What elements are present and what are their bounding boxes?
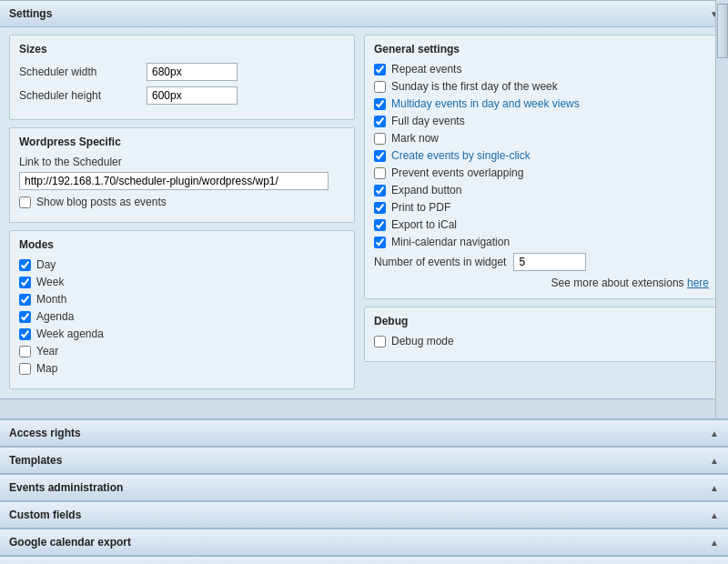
sizes-section: Sizes Scheduler width Scheduler height: [9, 35, 355, 120]
show-blog-checkbox[interactable]: [19, 196, 31, 208]
modes-section: Modes DayWeekMonthAgendaWeek agendaYearM…: [9, 230, 355, 389]
mode-label-2: Month: [36, 293, 66, 306]
general-row-0: Repeat events: [374, 63, 709, 76]
general-checkbox-4[interactable]: [374, 133, 386, 145]
scheduler-height-label: Scheduler height: [19, 89, 147, 102]
general-checkbox-9[interactable]: [374, 219, 386, 231]
scrollbar-track[interactable]: [715, 0, 728, 418]
general-label-5: Create events by single-click: [391, 149, 531, 162]
modes-items: DayWeekMonthAgendaWeek agendaYearMap: [19, 258, 345, 375]
accordion-chevron-4: ▲: [710, 538, 719, 548]
general-row-10: Mini-calendar navigation: [374, 236, 709, 248]
general-label-1: Sunday is the first day of the week: [391, 80, 558, 93]
wordpress-title: Wordpress Specific: [19, 136, 345, 148]
general-label-2: Multiday events in day and week views: [391, 97, 580, 110]
general-checkbox-1[interactable]: [374, 81, 386, 93]
mode-label-4: Week agenda: [36, 327, 104, 340]
general-section: General settings Repeat eventsSunday is …: [364, 35, 719, 299]
mode-row-6: Map: [19, 362, 345, 375]
left-column: Sizes Scheduler width Scheduler height W…: [9, 35, 355, 389]
general-checkbox-5[interactable]: [374, 150, 386, 162]
general-row-1: Sunday is the first day of the week: [374, 80, 709, 93]
mode-checkbox-0[interactable]: [19, 259, 31, 271]
mode-checkbox-3[interactable]: [19, 311, 31, 323]
settings-accordion-header[interactable]: Settings ▼: [0, 0, 728, 27]
accordion-item-4[interactable]: Google calendar export▲: [0, 529, 728, 556]
general-row-4: Mark now: [374, 132, 709, 145]
accordion-item-3[interactable]: Custom fields▲: [0, 501, 728, 529]
accordion-item-0[interactable]: Access rights▲: [0, 419, 728, 447]
events-widget-label: Number of events in widget: [374, 256, 506, 268]
scheduler-width-input[interactable]: [147, 63, 238, 81]
accordion-chevron-2: ▲: [710, 483, 719, 493]
accordion-item-1[interactable]: Templates▲: [0, 447, 728, 474]
general-checkbox-8[interactable]: [374, 202, 386, 214]
mode-row-2: Month: [19, 293, 345, 306]
mode-label-0: Day: [36, 258, 56, 271]
mode-checkbox-6[interactable]: [19, 363, 31, 375]
general-label-0: Repeat events: [391, 63, 461, 76]
debug-mode-row: Debug mode: [374, 335, 709, 347]
mode-row-4: Week agenda: [19, 327, 345, 340]
extensions-text: See more about extensions: [551, 277, 687, 289]
general-checkbox-3[interactable]: [374, 116, 386, 127]
debug-mode-checkbox[interactable]: [374, 336, 386, 347]
general-label-8: Print to PDF: [391, 201, 450, 214]
mode-label-5: Year: [36, 345, 58, 358]
general-label-4: Mark now: [391, 132, 439, 145]
general-row-5: Create events by single-click: [374, 149, 709, 162]
settings-panel: Sizes Scheduler width Scheduler height W…: [0, 27, 728, 399]
link-input[interactable]: [19, 172, 329, 190]
general-checkbox-7[interactable]: [374, 185, 386, 196]
accordion-chevron-0: ▲: [710, 428, 719, 438]
debug-section: Debug Debug mode: [364, 307, 719, 362]
accordion-items: Access rights▲Templates▲Events administr…: [0, 419, 728, 564]
mode-checkbox-4[interactable]: [19, 328, 31, 340]
mode-label-3: Agenda: [36, 310, 74, 323]
general-row-9: Export to iCal: [374, 218, 709, 231]
general-items: Repeat eventsSunday is the first day of …: [374, 63, 709, 248]
accordion-label-3: Custom fields: [9, 509, 81, 521]
extensions-link[interactable]: here: [687, 277, 709, 289]
scheduler-height-row: Scheduler height: [19, 86, 345, 105]
general-checkbox-10[interactable]: [374, 237, 386, 248]
events-widget-row: Number of events in widget: [374, 253, 709, 271]
accordion-label-4: Google calendar export: [9, 536, 131, 549]
general-row-6: Prevent events overlapping: [374, 166, 709, 179]
events-widget-input[interactable]: [513, 253, 586, 271]
bottom-sections: Access rights▲Templates▲Events administr…: [0, 418, 728, 564]
accordion-label-0: Access rights: [9, 427, 81, 439]
general-row-3: Full day events: [374, 115, 709, 127]
scrollbar-thumb[interactable]: [717, 4, 728, 58]
general-checkbox-0[interactable]: [374, 64, 386, 76]
accordion-item-5[interactable]: Skinning▲: [0, 556, 728, 564]
mode-label-6: Map: [36, 362, 57, 375]
show-blog-label: Show blog posts as events: [36, 196, 167, 208]
scheduler-width-label: Scheduler width: [19, 65, 147, 78]
general-row-2: Multiday events in day and week views: [374, 97, 709, 110]
modes-title: Modes: [19, 238, 345, 251]
show-blog-row: Show blog posts as events: [19, 196, 345, 208]
general-label-10: Mini-calendar navigation: [391, 236, 510, 248]
debug-title: Debug: [374, 315, 709, 327]
mode-row-1: Week: [19, 276, 345, 288]
accordion-label-1: Templates: [9, 454, 62, 467]
general-checkbox-2[interactable]: [374, 98, 386, 110]
right-column: General settings Repeat eventsSunday is …: [364, 35, 719, 389]
mode-row-3: Agenda: [19, 310, 345, 323]
general-label-6: Prevent events overlapping: [391, 166, 523, 179]
scheduler-width-row: Scheduler width: [19, 63, 345, 81]
mode-row-5: Year: [19, 345, 345, 358]
mode-checkbox-5[interactable]: [19, 346, 31, 358]
accordion-item-2[interactable]: Events administration▲: [0, 474, 728, 501]
general-checkbox-6[interactable]: [374, 167, 386, 179]
general-label-9: Export to iCal: [391, 218, 457, 231]
scheduler-height-input[interactable]: [147, 86, 238, 105]
general-label-7: Expand button: [391, 184, 461, 196]
sizes-title: Sizes: [19, 43, 345, 55]
wordpress-section: Wordpress Specific Link to the Scheduler…: [9, 127, 355, 223]
mode-row-0: Day: [19, 258, 345, 271]
mode-checkbox-1[interactable]: [19, 277, 31, 288]
extensions-row: See more about extensions here: [374, 277, 709, 289]
mode-checkbox-2[interactable]: [19, 294, 31, 306]
